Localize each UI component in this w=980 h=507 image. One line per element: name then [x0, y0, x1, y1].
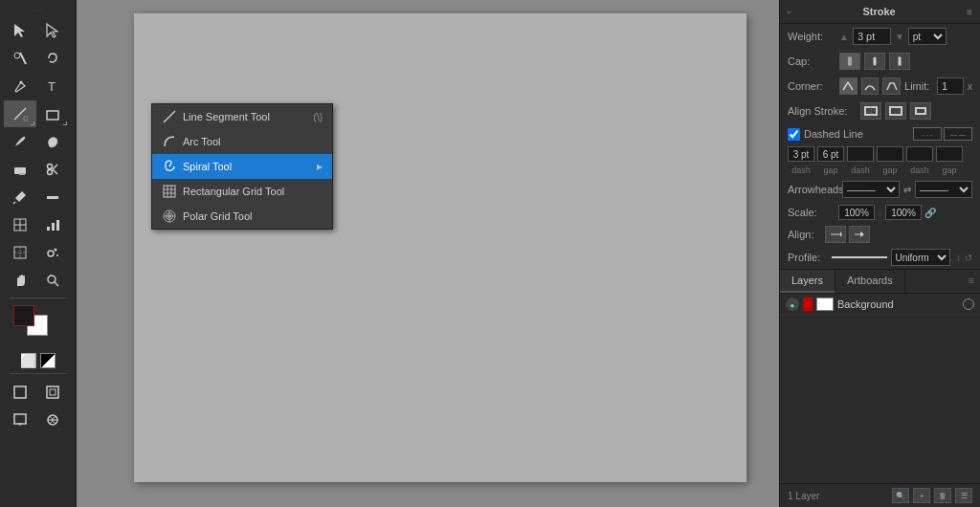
measure-tool[interactable]	[36, 184, 69, 210]
arrowhead-start-select[interactable]: ———	[842, 181, 900, 198]
layers-panel: Layers Artboards ≡ Background 1 Layer 🔍 …	[780, 269, 980, 507]
gap3-input[interactable]	[936, 146, 963, 162]
dash3-input[interactable]	[906, 146, 933, 162]
scissors-tool[interactable]	[36, 156, 69, 183]
weight-spinner-up[interactable]: ▲	[839, 32, 849, 42]
weight-unit-select[interactable]: pt	[908, 28, 947, 45]
shape-tool[interactable]	[36, 100, 69, 127]
profile-select[interactable]: Uniform	[891, 249, 950, 266]
canvas[interactable]	[134, 13, 746, 482]
menu-item-rect-grid[interactable]: Rectangular Grid Tool	[152, 179, 332, 204]
svg-line-2	[20, 53, 26, 64]
line-tool[interactable]	[4, 100, 36, 127]
blob-brush-tool[interactable]	[36, 128, 69, 155]
toolbar-divider-2	[10, 373, 67, 374]
layer-visibility-toggle[interactable]	[786, 298, 799, 311]
svg-point-4	[19, 81, 22, 84]
limit-x-btn[interactable]: x	[968, 81, 972, 92]
eraser-tool[interactable]	[4, 156, 36, 183]
align-row: Align:	[780, 223, 980, 246]
view-mode-btn[interactable]	[36, 407, 69, 433]
arrowhead-end-select[interactable]: ———	[915, 181, 972, 198]
gap2-input[interactable]	[877, 146, 903, 162]
none-swatch[interactable]: ⬜	[21, 353, 36, 368]
draw-inside-btn[interactable]	[36, 379, 69, 406]
profile-reset-btn[interactable]: ↺	[965, 253, 972, 263]
align-inside-btn[interactable]	[885, 102, 906, 120]
selection-tool[interactable]	[4, 17, 36, 44]
slice-tool[interactable]	[4, 239, 36, 266]
menu-item-spiral-label: Spiral Tool	[183, 161, 232, 172]
gap1-input[interactable]	[817, 146, 844, 162]
delete-layer-btn[interactable]: 🗑	[934, 488, 951, 503]
dash-pattern-1[interactable]: - - -	[913, 127, 942, 141]
dashed-line-checkbox[interactable]	[788, 128, 800, 141]
weight-input[interactable]	[853, 28, 891, 45]
menu-item-line-segment[interactable]: Line Segment Tool (\)	[152, 104, 332, 129]
align-label: Align:	[788, 229, 822, 240]
svg-line-15	[13, 202, 15, 204]
paintbrush-tool[interactable]	[4, 128, 36, 155]
scale-end-input[interactable]	[885, 205, 922, 220]
svg-marker-61	[840, 231, 842, 237]
zoom-tool[interactable]	[36, 267, 69, 294]
align-outside-btn[interactable]	[910, 102, 931, 120]
direct-select-tool[interactable]	[36, 17, 69, 44]
dash2-input[interactable]	[847, 146, 874, 162]
round-cap-btn[interactable]	[864, 53, 885, 70]
menu-item-spiral[interactable]: Spiral Tool ▶	[152, 154, 332, 179]
align-tip-btn[interactable]	[825, 226, 846, 243]
tab-artboards[interactable]: Artboards	[835, 270, 905, 293]
miter-corner-btn[interactable]	[839, 77, 858, 95]
lasso-tool[interactable]	[36, 45, 69, 72]
menu-item-arc[interactable]: Arc Tool	[152, 129, 332, 154]
mesh-tool[interactable]	[4, 211, 36, 238]
hand-tool[interactable]	[4, 267, 36, 294]
svg-marker-0	[14, 24, 25, 37]
dash-pattern-2[interactable]: — —	[944, 127, 972, 141]
magic-wand-tool[interactable]	[4, 45, 36, 72]
align-extend-btn[interactable]	[849, 226, 870, 243]
menu-item-polar-grid[interactable]: Polar Grid Tool	[152, 204, 332, 229]
svg-point-14	[47, 170, 52, 175]
dashed-line-row: Dashed Line - - - — —	[780, 123, 980, 144]
layer-options-btn[interactable]: ☰	[955, 488, 972, 503]
square-cap-btn[interactable]	[889, 53, 910, 70]
draw-mode-btn[interactable]	[4, 379, 36, 406]
dash1-input[interactable]	[788, 146, 814, 162]
layer-count: 1 Layer	[788, 491, 819, 501]
gradient-swatch[interactable]	[40, 353, 56, 368]
tab-layers[interactable]: Layers	[780, 270, 835, 293]
scale-start-input[interactable]	[838, 205, 875, 220]
stroke-panel-menu[interactable]: ≡	[967, 7, 972, 17]
align-center-btn[interactable]	[860, 102, 881, 120]
fill-swatch[interactable]	[13, 305, 34, 326]
svg-rect-20	[47, 227, 50, 231]
screen-mode-btn[interactable]	[4, 407, 36, 433]
right-panel: ▸ Stroke ≡ Weight: ▲ ▼ pt Cap:	[779, 0, 980, 507]
layers-panel-menu[interactable]: ≡	[963, 270, 980, 293]
layer-target-btn[interactable]	[963, 298, 974, 310]
weight-spinner-down[interactable]: ▼	[895, 32, 904, 42]
weight-label: Weight:	[788, 31, 835, 42]
type-tool[interactable]: T	[36, 73, 69, 99]
swap-arrowheads-btn[interactable]: ⇄	[903, 185, 911, 195]
symbol-sprayer-tool[interactable]	[36, 239, 69, 266]
eye-icon	[791, 298, 795, 310]
gap3-label: gap	[936, 165, 963, 175]
pen-tool[interactable]	[4, 73, 36, 99]
scale-link-btn[interactable]: 🔗	[924, 208, 936, 218]
butt-cap-btn[interactable]	[839, 53, 860, 70]
round-corner-btn[interactable]	[861, 77, 880, 95]
search-layers-btn[interactable]: 🔍	[892, 488, 909, 503]
profile-flip-btn[interactable]: ↕	[956, 253, 961, 263]
eyedropper-tool[interactable]	[4, 184, 36, 210]
weight-row: Weight: ▲ ▼ pt	[780, 24, 980, 49]
none-full-swatches: ⬜	[15, 351, 61, 370]
new-layer-btn[interactable]: +	[913, 488, 930, 503]
limit-input[interactable]	[937, 77, 964, 95]
chart-tool[interactable]	[36, 211, 69, 238]
svg-marker-63	[860, 231, 864, 237]
corner-row: Corner: Limit: x	[780, 74, 980, 99]
bevel-corner-btn[interactable]	[882, 77, 901, 95]
